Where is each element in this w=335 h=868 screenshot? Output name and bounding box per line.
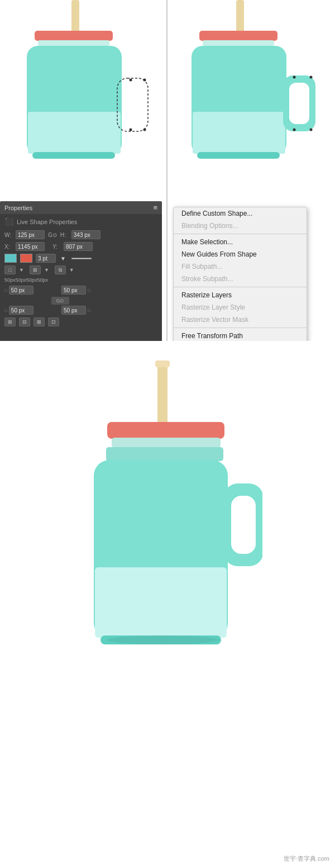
stroke-swatch[interactable] xyxy=(20,254,32,263)
svg-rect-1 xyxy=(35,31,113,41)
menu-make-selection[interactable]: Make Selection... xyxy=(174,236,307,248)
menu-stroke-subpath: Stroke Subpath... xyxy=(174,273,307,285)
svg-point-18 xyxy=(293,76,296,79)
svg-rect-5 xyxy=(117,78,148,131)
corner-values-label: 50px50px50px50px xyxy=(4,277,48,283)
svg-rect-10 xyxy=(32,152,115,159)
rect-icon[interactable]: □ xyxy=(4,265,16,274)
stroke-style xyxy=(71,258,92,259)
svg-point-21 xyxy=(310,129,313,131)
x-input[interactable] xyxy=(16,242,45,251)
svg-rect-24 xyxy=(155,361,170,367)
right-panel: Define Custom Shape... Blending Options.… xyxy=(168,0,335,341)
jar-illustration-final xyxy=(73,361,262,836)
menu-new-guides[interactable]: New Guides From Shape xyxy=(174,248,307,260)
menu-free-transform-path[interactable]: Free Transform Path xyxy=(174,330,307,341)
link-corners-btn[interactable]: G⊙ xyxy=(51,297,69,305)
menu-blending-options: Blending Options... xyxy=(174,220,307,232)
svg-rect-26 xyxy=(112,438,221,448)
fill-swatch[interactable] xyxy=(4,254,17,263)
layer-icon-3[interactable]: ⊠ xyxy=(34,317,45,326)
menu-rasterize-vector-mask: Rasterize Vector Mask xyxy=(174,314,307,326)
path-icon[interactable]: ⧉ xyxy=(55,265,66,274)
menu-rasterize-layer-style: Rasterize Layer Style xyxy=(174,301,307,314)
watermark: 世宇·查字典.com xyxy=(284,855,329,863)
svg-rect-15 xyxy=(193,112,285,154)
layer-icon-1[interactable]: ⊞ xyxy=(4,317,16,326)
separator-3 xyxy=(174,328,307,328)
svg-point-20 xyxy=(293,129,296,131)
jar-illustration-left xyxy=(6,0,162,198)
corner-tr-input[interactable] xyxy=(61,286,86,295)
svg-rect-27 xyxy=(106,447,223,461)
context-menu: Define Custom Shape... Blending Options.… xyxy=(173,207,307,341)
align-icon[interactable]: ⊞ xyxy=(30,265,41,274)
menu-define-custom-shape[interactable]: Define Custom Shape... xyxy=(174,207,307,220)
properties-title: Properties xyxy=(4,205,32,211)
menu-rasterize-layers[interactable]: Rasterize Layers xyxy=(174,289,307,301)
svg-point-33 xyxy=(107,635,219,644)
live-shape-subtitle: ⬛ Live Shape Properties xyxy=(4,217,157,226)
panel-titlebar: Properties ≡ xyxy=(0,201,162,214)
left-panel: Properties ≡ ⬛ Live Shape Properties W: … xyxy=(0,0,168,341)
y-input[interactable] xyxy=(64,242,93,251)
svg-point-19 xyxy=(310,76,313,79)
properties-panel: Properties ≡ ⬛ Live Shape Properties W: … xyxy=(0,201,162,341)
layer-icon-2[interactable]: ⊟ xyxy=(19,317,30,326)
separator-1 xyxy=(174,234,307,234)
svg-rect-4 xyxy=(28,112,121,154)
svg-point-6 xyxy=(130,79,132,82)
svg-point-8 xyxy=(130,129,132,131)
height-input[interactable] xyxy=(71,230,100,239)
svg-point-9 xyxy=(143,129,146,131)
menu-fill-subpath: Fill Subpath... xyxy=(174,260,307,273)
top-section: Properties ≡ ⬛ Live Shape Properties W: … xyxy=(0,0,335,341)
jar-illustration-right xyxy=(170,0,327,198)
svg-rect-31 xyxy=(231,496,256,554)
layer-icon-4[interactable]: ⊡ xyxy=(48,317,59,326)
stroke-width-input[interactable] xyxy=(36,254,56,263)
svg-point-7 xyxy=(143,79,146,82)
width-input[interactable] xyxy=(16,230,45,239)
svg-rect-12 xyxy=(199,31,277,41)
panel-menu-icon[interactable]: ≡ xyxy=(153,203,157,212)
svg-rect-17 xyxy=(289,83,309,124)
svg-rect-13 xyxy=(203,40,274,46)
corner-bl-input[interactable] xyxy=(9,306,34,315)
svg-rect-2 xyxy=(38,40,109,46)
corner-br-input[interactable] xyxy=(61,306,86,315)
svg-rect-22 xyxy=(197,152,280,159)
svg-rect-29 xyxy=(95,567,227,638)
svg-rect-25 xyxy=(107,422,224,439)
corner-tl-input[interactable] xyxy=(9,286,34,295)
separator-2 xyxy=(174,287,307,287)
bottom-section: 世宇·查字典.com xyxy=(0,341,335,866)
